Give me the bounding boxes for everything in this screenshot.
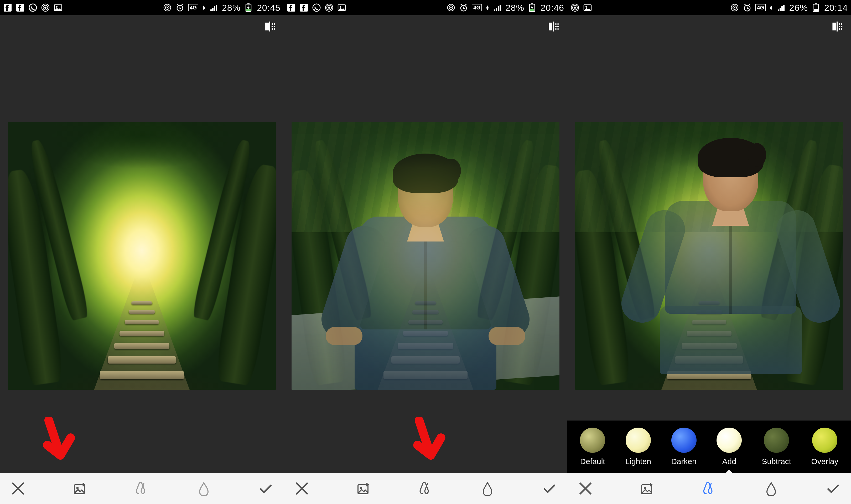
- blend-mode-lighten[interactable]: Lighten: [625, 428, 651, 466]
- hotspot-icon: [325, 3, 334, 12]
- network-badge: 4G: [756, 4, 766, 11]
- opacity-button[interactable]: [762, 479, 780, 498]
- hotspot-icon: [41, 3, 50, 12]
- cast-icon: [446, 3, 456, 12]
- facebook-icon: [3, 3, 12, 12]
- blend-mode-label: Add: [722, 457, 736, 466]
- blend-mode-darken[interactable]: Darken: [671, 428, 696, 466]
- app-top-bar: [284, 15, 567, 39]
- network-badge: 4G: [472, 4, 482, 11]
- opacity-button[interactable]: [195, 479, 213, 498]
- styles-button[interactable]: [416, 479, 435, 498]
- editor-canvas[interactable]: [8, 122, 276, 390]
- app-top-bar: [0, 15, 284, 39]
- add-image-button[interactable]: [355, 479, 373, 498]
- blend-mode-label: Subtract: [762, 457, 791, 466]
- compare-icon[interactable]: [264, 20, 276, 34]
- blend-mode-label: Default: [580, 457, 605, 466]
- screenshot-1: 4G ▲▼ 28% 20:45: [0, 0, 284, 504]
- facebook-icon: [287, 3, 296, 12]
- data-arrows-icon: ▲▼: [769, 5, 773, 10]
- battery-pct: 28%: [506, 3, 524, 13]
- cancel-button[interactable]: [576, 479, 595, 498]
- app-top-bar: [567, 15, 851, 39]
- swatch-icon: [671, 428, 696, 453]
- gallery-icon: [54, 3, 63, 12]
- confirm-button[interactable]: [256, 479, 275, 498]
- person-overlay-image: [575, 122, 843, 390]
- clock: 20:46: [540, 3, 564, 13]
- person-overlay-image: [291, 122, 560, 390]
- data-arrows-icon: ▲▼: [202, 5, 206, 10]
- confirm-button[interactable]: [540, 479, 559, 498]
- clock: 20:14: [824, 3, 848, 13]
- bottom-toolbar: [0, 473, 284, 504]
- status-bar: 4G ▲▼ 28% 20:46: [284, 0, 567, 15]
- cancel-button[interactable]: [9, 479, 27, 498]
- editor-canvas[interactable]: [291, 122, 560, 390]
- signal-icon: [209, 3, 218, 12]
- screenshot-2: 4G ▲▼ 28% 20:46: [284, 0, 567, 504]
- swatch-icon: [580, 428, 605, 453]
- battery-pct: 26%: [789, 3, 808, 13]
- battery-charging-icon: [244, 3, 253, 12]
- bottom-toolbar: [284, 473, 567, 504]
- status-bar: 4G ▲▼ 26% 20:14: [567, 0, 851, 15]
- editor-canvas[interactable]: [575, 122, 843, 390]
- swatch-icon: [812, 428, 837, 453]
- alarm-icon: [459, 3, 468, 12]
- add-image-button[interactable]: [638, 479, 657, 498]
- confirm-button[interactable]: [824, 479, 842, 498]
- styles-button[interactable]: [132, 479, 151, 498]
- blend-mode-strip: Default Lighten Darken Add Subtract Over…: [567, 420, 851, 473]
- whatsapp-icon: [312, 3, 321, 12]
- bottom-toolbar: [567, 473, 851, 504]
- gallery-icon: [337, 3, 346, 12]
- styles-button[interactable]: [700, 479, 719, 498]
- compare-icon[interactable]: [547, 20, 560, 34]
- signal-icon: [777, 3, 785, 12]
- data-arrows-icon: ▲▼: [486, 5, 489, 10]
- forest-base-image: [8, 122, 276, 390]
- battery-charging-icon: [528, 3, 537, 12]
- alarm-icon: [743, 3, 752, 12]
- cast-icon: [730, 3, 739, 12]
- swatch-icon: [764, 428, 789, 453]
- blend-mode-default[interactable]: Default: [580, 428, 605, 466]
- status-bar: 4G ▲▼ 28% 20:45: [0, 0, 284, 15]
- cancel-button[interactable]: [292, 479, 311, 498]
- opacity-button[interactable]: [478, 479, 497, 498]
- cast-icon: [163, 3, 172, 12]
- clock: 20:45: [257, 3, 281, 13]
- network-badge: 4G: [188, 4, 198, 11]
- add-image-button[interactable]: [71, 479, 89, 498]
- facebook-icon: [16, 3, 25, 12]
- screenshot-3: 4G ▲▼ 26% 20:14: [567, 0, 851, 504]
- swatch-icon: [716, 428, 742, 453]
- swatch-icon: [626, 428, 651, 453]
- blend-mode-add[interactable]: Add: [716, 428, 742, 466]
- blend-mode-label: Lighten: [625, 457, 651, 466]
- battery-pct: 28%: [222, 3, 241, 13]
- battery-icon: [812, 3, 820, 12]
- blend-mode-label: Darken: [671, 457, 696, 466]
- gallery-icon: [583, 3, 592, 12]
- whatsapp-icon: [29, 3, 37, 12]
- compare-icon[interactable]: [831, 20, 843, 34]
- blend-mode-overlay[interactable]: Overlay: [811, 428, 838, 466]
- signal-icon: [493, 3, 502, 12]
- blend-mode-subtract[interactable]: Subtract: [762, 428, 791, 466]
- facebook-icon: [299, 3, 308, 12]
- hotspot-icon: [570, 3, 580, 12]
- alarm-icon: [175, 3, 184, 12]
- blend-mode-label: Overlay: [811, 457, 838, 466]
